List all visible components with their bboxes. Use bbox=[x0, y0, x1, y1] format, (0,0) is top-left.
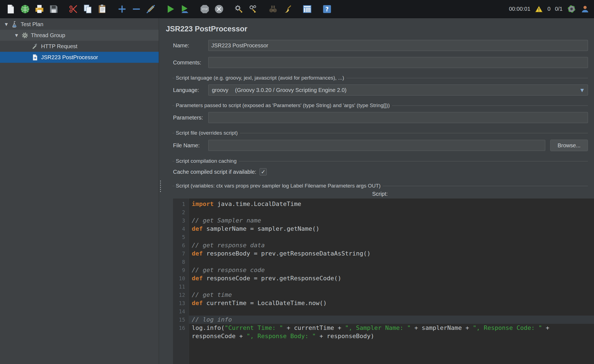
code-line-12[interactable]: 12// get time bbox=[173, 291, 594, 299]
open-button[interactable] bbox=[33, 3, 46, 15]
search-icon bbox=[268, 4, 278, 14]
clear-search-button[interactable] bbox=[281, 3, 294, 15]
code-line-3[interactable]: 3// get Sampler name bbox=[173, 216, 594, 225]
code-line-7[interactable]: 7def responseBody = prev.getResponseData… bbox=[173, 249, 594, 258]
code-line-1[interactable]: 1import java.time.LocalDateTime bbox=[173, 200, 594, 208]
code-line-9[interactable]: 9// get response code bbox=[173, 266, 594, 274]
code-text[interactable] bbox=[189, 233, 594, 241]
code-line-10[interactable]: 10def responseCode = prev.getResponseCod… bbox=[173, 274, 594, 282]
legend-script-file: Script file (overrides script) bbox=[172, 130, 588, 136]
cache-checkbox-label: Cache compiled script if available: bbox=[173, 169, 256, 175]
page-title: JSR223 PostProcessor bbox=[166, 25, 594, 33]
code-text[interactable]: def samplerName = sampler.getName() bbox=[189, 225, 594, 233]
pencil-toggle-button[interactable] bbox=[144, 3, 157, 15]
checkmark-icon: ✓ bbox=[261, 169, 266, 175]
warning-triangle-icon[interactable] bbox=[535, 5, 543, 13]
templates-button[interactable] bbox=[19, 3, 31, 15]
templates-icon bbox=[20, 4, 30, 14]
code-text[interactable]: // log info bbox=[189, 316, 594, 324]
copy-icon bbox=[83, 4, 93, 14]
paste-button[interactable] bbox=[96, 3, 109, 15]
code-text[interactable] bbox=[189, 208, 594, 216]
cut-button[interactable] bbox=[67, 3, 80, 15]
name-label: Name: bbox=[173, 42, 208, 49]
code-line-6[interactable]: 6// get response data bbox=[173, 241, 594, 249]
clear-all-icon bbox=[248, 4, 258, 14]
code-line-11[interactable]: 11 bbox=[173, 282, 594, 291]
clear-button[interactable] bbox=[233, 3, 245, 15]
expand-arrow-icon[interactable]: ▼ bbox=[2, 22, 10, 26]
code-text[interactable] bbox=[189, 307, 594, 316]
code-text[interactable]: // get Sampler name bbox=[189, 216, 594, 225]
code-line-4[interactable]: 4def samplerName = sampler.getName() bbox=[173, 225, 594, 233]
tree-item-thread-group[interactable]: ▼Thread Group bbox=[0, 30, 159, 41]
stop-button[interactable]: STOP bbox=[198, 3, 211, 15]
tree-item-http-request[interactable]: HTTP Request bbox=[0, 41, 159, 52]
jsr223-postprocessor-icon bbox=[31, 54, 39, 61]
clear-all-button[interactable] bbox=[247, 3, 260, 15]
tree-item-jsr223-postprocessor[interactable]: JSR223 PostProcessor bbox=[0, 52, 159, 63]
tree-item-label: JSR223 PostProcessor bbox=[41, 54, 98, 61]
start-button[interactable] bbox=[164, 3, 177, 15]
code-text[interactable]: // get response data bbox=[189, 241, 594, 249]
code-text[interactable]: def responseCode = prev.getResponseCode(… bbox=[189, 274, 594, 282]
plus-button[interactable] bbox=[116, 3, 128, 15]
tree-item-label: HTTP Request bbox=[41, 43, 77, 50]
clear-search-icon bbox=[282, 4, 293, 14]
code-line-2[interactable]: 2 bbox=[173, 208, 594, 216]
code-line-5[interactable]: 5 bbox=[173, 233, 594, 241]
minus-button[interactable] bbox=[130, 3, 143, 15]
language-detail: (Groovy 3.0.20 / Groovy Scripting Engine… bbox=[235, 87, 347, 93]
script-editor[interactable]: 1import java.time.LocalDateTime2 3// get… bbox=[173, 199, 594, 364]
code-text[interactable]: def currentTime = LocalDateTime.now() bbox=[189, 299, 594, 307]
help-button[interactable]: ? bbox=[321, 3, 333, 15]
comments-input[interactable] bbox=[208, 57, 588, 68]
code-text[interactable]: import java.time.LocalDateTime bbox=[189, 200, 594, 208]
save-icon bbox=[48, 4, 59, 14]
script-centered-label: Script: bbox=[166, 190, 594, 197]
tree-item-label: Test Plan bbox=[21, 21, 43, 28]
language-dropdown[interactable]: groovy (Groovy 3.0.20 / Groovy Scripting… bbox=[208, 85, 588, 96]
code-line-8[interactable]: 8 bbox=[173, 258, 594, 266]
line-number: 15 bbox=[173, 316, 189, 324]
jmeter-window: STOP? 00:00:01 0 0/1 ▼Test Plan▼Thread G… bbox=[0, 0, 594, 364]
file-name-label: File Name: bbox=[173, 142, 208, 149]
toolbar-group: STOP bbox=[198, 3, 225, 15]
code-text[interactable] bbox=[189, 282, 594, 291]
shutdown-button[interactable] bbox=[213, 3, 225, 15]
code-text[interactable]: def responseBody = prev.getResponseDataA… bbox=[189, 249, 594, 258]
parameters-input[interactable] bbox=[208, 112, 588, 123]
new-file-button[interactable] bbox=[4, 3, 17, 15]
copy-button[interactable] bbox=[82, 3, 94, 15]
code-line-15[interactable]: 15// log info bbox=[173, 316, 594, 324]
line-number: 6 bbox=[173, 241, 189, 249]
code-line-14[interactable]: 14 bbox=[173, 307, 594, 316]
http-request-icon bbox=[31, 43, 39, 50]
code-line-13[interactable]: 13def currentTime = LocalDateTime.now() bbox=[173, 299, 594, 307]
toolbar-status: 00:00:01 0 0/1 bbox=[509, 4, 590, 13]
pencil-toggle-icon bbox=[145, 4, 156, 14]
code-line-16[interactable]: 16log.info("Current Time: " + currentTim… bbox=[173, 324, 594, 340]
name-input[interactable] bbox=[208, 40, 588, 51]
expand-arrow-icon[interactable]: ▼ bbox=[12, 33, 21, 37]
clear-icon bbox=[234, 4, 244, 14]
save-button[interactable] bbox=[47, 3, 60, 15]
code-text[interactable]: // get response code bbox=[189, 266, 594, 274]
cache-checkbox[interactable]: ✓ bbox=[260, 168, 267, 175]
code-text[interactable]: log.info("Current Time: " + currentTime … bbox=[189, 324, 594, 340]
svg-text:STOP: STOP bbox=[202, 8, 208, 10]
toolbar-group: ? bbox=[321, 3, 333, 15]
divider-grip-icon[interactable] bbox=[160, 180, 161, 193]
file-name-input[interactable] bbox=[208, 140, 545, 151]
toolbar-group bbox=[301, 3, 314, 15]
browse-button[interactable]: Browse... bbox=[550, 140, 588, 151]
search-button[interactable] bbox=[267, 3, 279, 15]
code-text[interactable] bbox=[189, 258, 594, 266]
line-number: 1 bbox=[173, 200, 189, 208]
split-divider[interactable] bbox=[159, 18, 162, 364]
line-number: 7 bbox=[173, 249, 189, 258]
function-helper-button[interactable] bbox=[301, 3, 314, 15]
tree-item-test-plan[interactable]: ▼Test Plan bbox=[0, 19, 159, 30]
code-text[interactable]: // get time bbox=[189, 291, 594, 299]
start-no-pauses-button[interactable] bbox=[179, 3, 191, 15]
